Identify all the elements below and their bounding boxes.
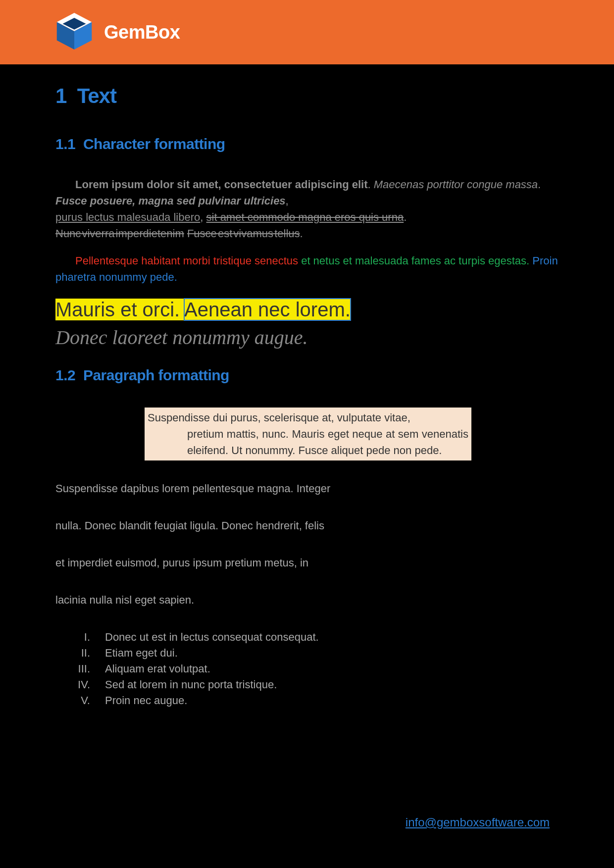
list-item: II.Etiam eget dui. (55, 647, 559, 660)
list-number: IV. (55, 678, 90, 691)
list-item: V.Proin nec augue. (55, 694, 559, 707)
text-sep: . (300, 227, 303, 240)
heading-1-2-title: Paragraph formatting (83, 367, 229, 383)
text-highlight-yellow: Mauris et orci. (55, 299, 184, 320)
text-underline: purus lectus malesuada libero (55, 211, 200, 223)
script-font-line: Donec laoreet nonummy augue. (55, 326, 559, 349)
list-number: I. (55, 631, 90, 644)
heading-1-1: 1.1 Character formatting (55, 136, 559, 153)
character-formatting-block: Lorem ipsum dolor sit amet, consectetuer… (55, 176, 559, 242)
text-strike: Fusce est vivamus tellus (187, 227, 300, 240)
list-text: Donec ut est in lectus consequat consequ… (105, 631, 319, 644)
text-green: et netus et malesuada fames ac turpis eg… (301, 255, 532, 267)
heading-1-2-num: 1.2 (55, 367, 75, 383)
colored-text-block: Pellentesque habitant morbi tristique se… (55, 253, 559, 285)
list-text: Proin nec augue. (105, 694, 187, 707)
footer-email-link[interactable]: info@gemboxsoftware.com (406, 816, 550, 829)
brand-name: GemBox (104, 22, 180, 43)
text-red: Pellentesque habitant morbi tristique se… (75, 255, 301, 267)
spaced-line: nulla. Donec blandit feugiat ligula. Don… (55, 517, 559, 534)
list-text: Etiam eget dui. (105, 647, 178, 660)
list-number: V. (55, 694, 90, 707)
justified-paragraph-box: Suspendisse dui purus, scelerisque at, v… (145, 408, 471, 460)
box-icon (53, 10, 95, 54)
text-sep: . (404, 211, 407, 223)
heading-1-num: 1 (55, 84, 66, 107)
list-item: III.Aliquam erat volutpat. (55, 663, 559, 675)
list-number: II. (55, 647, 90, 660)
heading-1-1-num: 1.1 (55, 136, 75, 152)
paragraph-hanging: pretium mattis, nunc. Mauris eget neque … (148, 426, 468, 459)
page: GemBox 1 Text 1.1 Character formatting L… (0, 0, 614, 868)
text-highlight-bordered: Aenean nec lorem. (184, 299, 351, 320)
spaced-line: Suspendisse dapibus lorem pellentesque m… (55, 480, 559, 497)
text-sep: , (200, 211, 206, 223)
text-sep: . (367, 178, 373, 191)
spaced-line: lacinia nulla nisl eget sapien. (55, 592, 559, 608)
heading-1-title: Text (77, 84, 116, 107)
spaced-paragraph: Suspendisse dapibus lorem pellentesque m… (55, 480, 559, 608)
text-bold-italic: Fusce posuere, magna sed pulvinar ultric… (55, 195, 286, 207)
list-text: Sed at lorem in nunc porta tristique. (105, 678, 277, 691)
paragraph-first-line: Suspendisse dui purus, scelerisque at, v… (148, 411, 410, 424)
heading-1: 1 Text (55, 84, 559, 108)
heading-1-1-title: Character formatting (83, 136, 225, 152)
text-sep: . (538, 178, 541, 191)
text-underline-strike: sit amet commodo magna eros quis urna (206, 211, 404, 223)
header-bar: GemBox (0, 0, 614, 64)
content-area: 1 Text 1.1 Character formatting Lorem ip… (0, 64, 614, 707)
highlighted-line: Mauris et orci. Aenean nec lorem. (55, 296, 559, 323)
list-number: III. (55, 663, 90, 675)
spaced-line: et imperdiet euismod, purus ipsum pretiu… (55, 555, 559, 571)
heading-1-2: 1.2 Paragraph formatting (55, 367, 559, 384)
list-item: IV.Sed at lorem in nunc porta tristique. (55, 678, 559, 691)
roman-numeral-list: I.Donec ut est in lectus consequat conse… (55, 631, 559, 707)
text-bold: Lorem ipsum dolor sit amet, consectetuer… (75, 178, 367, 191)
list-item: I.Donec ut est in lectus consequat conse… (55, 631, 559, 644)
list-text: Aliquam erat volutpat. (105, 663, 210, 675)
text-italic: Maecenas porttitor congue massa (374, 178, 538, 191)
text-strike: Nunc viverra imperdietenim (55, 227, 184, 240)
brand-logo: GemBox (53, 10, 180, 54)
text-sep: , (286, 195, 289, 207)
